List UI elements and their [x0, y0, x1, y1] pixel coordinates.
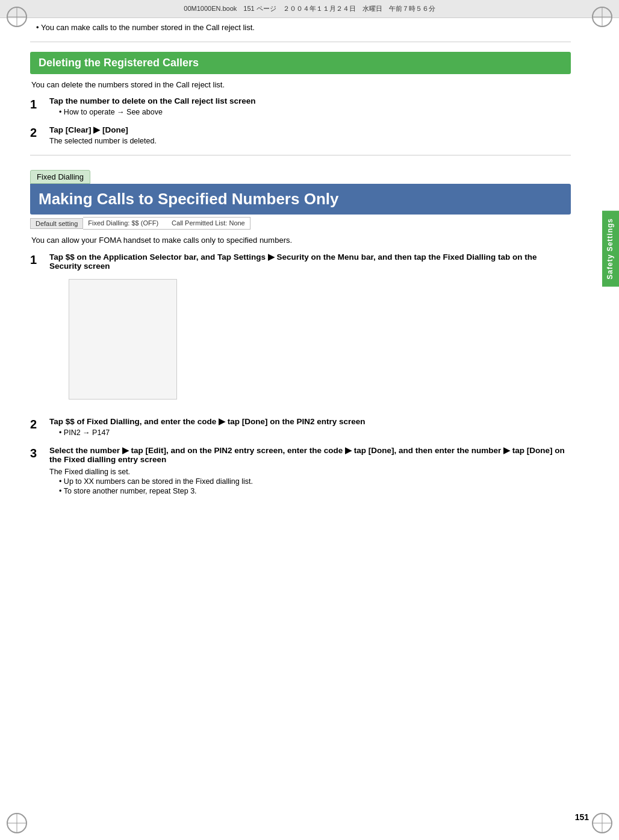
section-fixed-dialling: Fixed Dialling Making Calls to Specified… — [30, 170, 571, 495]
corner-decoration-bl — [5, 811, 29, 835]
step2-content: Tap [Clear] ▶ [Done] The selected number… — [49, 125, 571, 145]
side-tab-label: Safety Settings — [606, 218, 614, 280]
section1-step2: 2 Tap [Clear] ▶ [Done] The selected numb… — [30, 125, 571, 145]
s2-step2-bullet: PIN2 → P147 — [49, 428, 571, 437]
page-number: 151 — [575, 812, 589, 822]
header-bar: 00M1000EN.book 151 ページ ２００４年１１月２４日 水曜日 午… — [0, 0, 619, 18]
step2-text: Tap [Clear] ▶ [Done] — [49, 125, 128, 134]
default-setting-label: Default setting — [30, 218, 83, 229]
screenshot-placeholder — [69, 279, 177, 400]
fixed-dialling-label: Fixed Dialling — [30, 170, 90, 184]
section-deleting: Deleting the Registered Callers You can … — [30, 52, 571, 145]
step1-bullet: How to operate → See above — [49, 108, 571, 116]
corner-decoration-br — [590, 811, 614, 835]
step1-content: Tap the number to delete on the Call rej… — [49, 96, 571, 116]
section2-step1: 1 Tap $$ on the Application Selector bar… — [30, 252, 571, 408]
default-setting-value: Fixed Dialling: $$ (OFF) Call Permitted … — [83, 217, 250, 230]
s2-step1-text: Tap $$ on the Application Selector bar, … — [49, 252, 537, 271]
step2-number: 2 — [30, 125, 46, 140]
s2-step3-number: 3 — [30, 445, 46, 461]
top-bullet: You can make calls to the number stored … — [30, 23, 571, 32]
corner-decoration-tr — [590, 5, 614, 29]
step1-text: Tap the number to delete on the Call rej… — [49, 96, 256, 105]
section1-step1: 1 Tap the number to delete on the Call r… — [30, 96, 571, 116]
fixed-dialling-title-box: Making Calls to Specified Numbers Only — [30, 184, 571, 215]
divider-1 — [30, 42, 571, 42]
s2-step2-content: Tap $$ of Fixed Dialling, and enter the … — [49, 416, 571, 437]
default-setting-bar: Default setting Fixed Dialling: $$ (OFF)… — [30, 217, 571, 230]
main-content: You can make calls to the number stored … — [30, 23, 589, 495]
step1-number: 1 — [30, 96, 46, 112]
divider-2 — [30, 155, 571, 155]
side-tab: Safety Settings — [602, 211, 619, 287]
s2-step3-sub3: To store another number, repeat Step 3. — [49, 487, 571, 495]
section1-title: Deleting the Registered Callers — [30, 52, 571, 74]
header-text: 00M1000EN.book 151 ページ ２００４年１１月２４日 水曜日 午… — [184, 4, 435, 13]
section2-step3: 3 Select the number ▶ tap [Edit], and on… — [30, 445, 571, 495]
s2-step1-content: Tap $$ on the Application Selector bar, … — [49, 252, 571, 408]
s2-step3-sub2: Up to XX numbers can be stored in the Fi… — [49, 477, 571, 486]
s2-step3-content: Select the number ▶ tap [Edit], and on t… — [49, 445, 571, 495]
s2-step2-text: Tap $$ of Fixed Dialling, and enter the … — [49, 417, 365, 426]
s2-step3-sub1: The Fixed dialling is set. — [49, 468, 571, 476]
s2-step1-number: 1 — [30, 252, 46, 268]
step2-sub: The selected number is deleted. — [49, 137, 571, 145]
section2-step2: 2 Tap $$ of Fixed Dialling, and enter th… — [30, 416, 571, 437]
section2-desc: You can allow your FOMA handset to make … — [30, 236, 571, 245]
fixed-dialling-title: Making Calls to Specified Numbers Only — [39, 190, 562, 208]
s2-step3-text: Select the number ▶ tap [Edit], and on t… — [49, 446, 565, 464]
corner-decoration-tl — [5, 5, 29, 29]
s2-step2-number: 2 — [30, 416, 46, 432]
section1-desc: You can delete the numbers stored in the… — [30, 80, 571, 89]
